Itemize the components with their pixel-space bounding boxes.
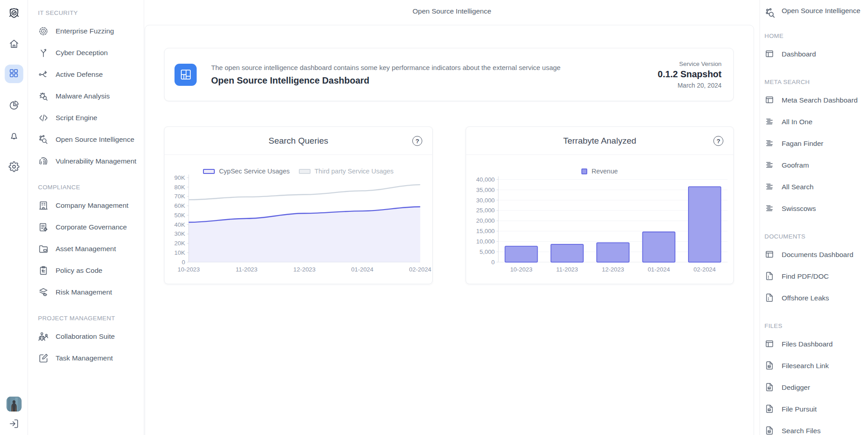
sidebar-item-label: Malware Analysis xyxy=(56,92,110,100)
rightbar-item-label: Files Dashboard xyxy=(782,340,833,348)
svg-text:01-2024: 01-2024 xyxy=(648,266,670,273)
banner-title: Open Source Intelligence Dashboard xyxy=(211,75,658,86)
sidebar-item-label: Open Source Intelligence xyxy=(56,136,134,144)
rightbar-item-label: All Search xyxy=(782,183,814,191)
svg-text:30,000: 30,000 xyxy=(476,197,495,204)
section-header-project-management: PROJECT MANAGEMENT xyxy=(38,315,139,322)
rightbar-item-label: Dashboard xyxy=(782,50,816,58)
svg-text:40,000: 40,000 xyxy=(476,176,495,183)
logout-button[interactable] xyxy=(9,418,19,431)
sidebar-item-open-source-intelligence[interactable]: Open Source Intelligence xyxy=(38,129,139,150)
window-icon xyxy=(764,49,775,60)
svg-text:10,000: 10,000 xyxy=(476,238,495,245)
apps-grid-icon xyxy=(9,68,19,80)
svg-text:20,000: 20,000 xyxy=(476,217,495,224)
rightbar-item-all-search[interactable]: All Search xyxy=(764,176,864,198)
right-sidebar-title-text: Open Source Intelligence xyxy=(782,6,860,15)
sidebar-item-label: Script Engine xyxy=(56,114,97,122)
sidebar-item-risk-management[interactable]: Risk Management xyxy=(38,281,139,303)
rail-item-notifications[interactable] xyxy=(9,131,19,143)
sidebar-item-label: Asset Management xyxy=(56,245,116,253)
svg-text:11-2023: 11-2023 xyxy=(236,266,257,273)
svg-text:12-2023: 12-2023 xyxy=(293,266,316,273)
share-flow-icon xyxy=(38,69,49,80)
shield-check-icon xyxy=(8,7,20,21)
sidebar-item-vulnerability-management[interactable]: Vulnerability Management xyxy=(38,150,139,172)
rail-item-settings[interactable] xyxy=(9,161,19,174)
file-search-icon xyxy=(764,404,775,415)
rightbar-item-dashboard[interactable]: Dashboard xyxy=(764,43,864,65)
rightbar-item-all-in-one[interactable]: All In One xyxy=(764,111,864,133)
sidebar-item-label: Vulnerability Management xyxy=(56,157,137,165)
user-avatar[interactable] xyxy=(6,397,21,412)
svg-text:50K: 50K xyxy=(175,212,185,219)
building-icon xyxy=(38,200,49,211)
sidebar-item-cyber-deception[interactable]: Cyber Deception xyxy=(38,42,139,64)
terrabyte-analyzed-card: Terrabyte Analyzed ? Revenue 05,00010,00… xyxy=(466,126,734,284)
sidebar-item-label: Active Defense xyxy=(56,70,103,79)
svg-text:01-2024: 01-2024 xyxy=(351,266,374,273)
sidebar-item-label: Enterprise Fuzzing xyxy=(56,27,114,35)
fingerprint-icon xyxy=(38,156,49,167)
sidebar-item-policy-as-code[interactable]: Policy as Code xyxy=(38,260,139,281)
svg-text:30K: 30K xyxy=(175,230,185,237)
rightbar-item-meta-search-dashboard[interactable]: Meta Search Dashboard xyxy=(764,89,864,111)
version-label: Service Version xyxy=(658,61,722,67)
svg-text:80K: 80K xyxy=(175,184,185,191)
rightbar-item-file-pursuit[interactable]: File Pursuit xyxy=(764,398,864,420)
page-title: Open Source Intelligence xyxy=(144,7,760,15)
rightbar-item-label: Find PDF/DOC xyxy=(782,272,829,281)
bug-search-icon xyxy=(38,91,49,102)
rightbar-item-find-pdf-doc[interactable]: Find PDF/DOC xyxy=(764,266,864,287)
svg-text:11-2023: 11-2023 xyxy=(556,266,578,273)
sidebar-item-task-management[interactable]: Task Management xyxy=(38,347,139,369)
fork-arrow-icon xyxy=(38,47,49,58)
window-icon xyxy=(764,95,775,106)
network-search-icon xyxy=(38,134,49,145)
app-logo[interactable] xyxy=(8,7,20,21)
rightbar-item-dedigger[interactable]: Dedigger xyxy=(764,377,864,398)
sidebar-item-company-management[interactable]: Company Management xyxy=(38,195,139,216)
intro-banner: The open source intelligence dashboard c… xyxy=(164,48,734,101)
pie-chart-icon xyxy=(9,100,19,112)
layers-eye-icon xyxy=(38,287,49,298)
rightbar-item-swisscows[interactable]: Swisscows xyxy=(764,198,864,220)
doc-gear-icon xyxy=(38,222,49,233)
sidebar-item-collaboration-suite[interactable]: Collaboration Suite xyxy=(38,326,139,347)
sidebar-item-malware-analysis[interactable]: Malware Analysis xyxy=(38,85,139,107)
list-lines-icon xyxy=(764,182,775,192)
rightbar-item-fagan-finder[interactable]: Fagan Finder xyxy=(764,133,864,154)
rail-item-analytics[interactable] xyxy=(9,100,19,112)
svg-text:25,000: 25,000 xyxy=(476,207,495,214)
sidebar-item-label: Company Management xyxy=(56,201,128,210)
list-lines-icon xyxy=(764,203,775,214)
rail-item-home[interactable] xyxy=(9,38,19,51)
rightbar-item-search-files[interactable]: Search Files xyxy=(764,420,864,435)
sidebar-item-asset-management[interactable]: Asset Management xyxy=(38,238,139,260)
folder-icon xyxy=(38,243,49,254)
sidebar-item-label: Policy as Code xyxy=(56,267,102,275)
rightbar-item-filesearch-link[interactable]: Filesearch Link xyxy=(764,355,864,377)
sidebar-item-enterprise-fuzzing[interactable]: Enterprise Fuzzing xyxy=(38,20,139,42)
rail-item-apps[interactable] xyxy=(5,65,23,83)
icon-rail xyxy=(0,0,28,435)
svg-text:10-2023: 10-2023 xyxy=(510,266,532,273)
rightbar-item-offshore-leaks[interactable]: Offshore Leaks xyxy=(764,287,864,309)
rightbar-item-label: Offshore Leaks xyxy=(782,294,829,302)
sidebar-item-label: Task Management xyxy=(56,354,113,362)
left-sidebar: IT SECURITYEnterprise FuzzingCyber Decep… xyxy=(28,0,144,435)
rightbar-item-documents-dashboard[interactable]: Documents Dashboard xyxy=(764,244,864,266)
avatar-image xyxy=(6,397,21,412)
section-header-meta-search: META SEARCH xyxy=(764,79,864,86)
sidebar-item-script-engine[interactable]: Script Engine xyxy=(38,107,139,129)
svg-text:40K: 40K xyxy=(175,221,185,228)
sidebar-item-active-defense[interactable]: Active Defense xyxy=(38,64,139,85)
rightbar-item-goofram[interactable]: Goofram xyxy=(764,154,864,176)
rightbar-item-files-dashboard[interactable]: Files Dashboard xyxy=(764,333,864,355)
section-header-home: HOME xyxy=(764,33,864,40)
sidebar-item-corporate-governance[interactable]: Corporate Governance xyxy=(38,216,139,238)
main-content: Open Source Intelligence The open source… xyxy=(144,0,760,435)
network-search-icon xyxy=(764,7,776,19)
file-search-icon xyxy=(764,360,775,371)
window-icon xyxy=(764,339,775,350)
